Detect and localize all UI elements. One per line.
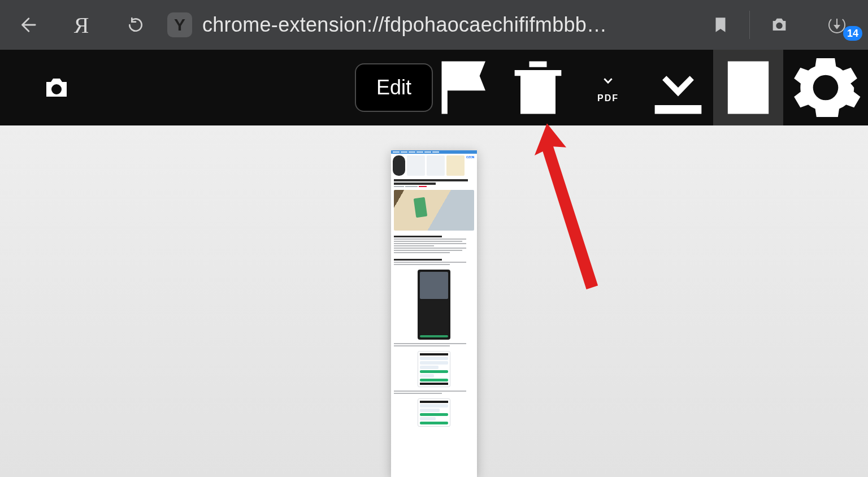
edit-button-label: Edit <box>376 76 411 99</box>
reload-icon <box>127 16 145 34</box>
annotation-arrow <box>531 114 616 295</box>
pdf-label: PDF <box>597 93 619 103</box>
preview-article-meta <box>391 185 477 188</box>
bookmark-icon <box>711 15 730 34</box>
document-icon <box>713 53 783 123</box>
download-pdf-icon <box>598 72 618 91</box>
downloads-badge: 14 <box>843 26 862 41</box>
edit-button[interactable]: Edit <box>355 63 433 112</box>
nav-back-button[interactable] <box>0 0 54 50</box>
captured-page-preview[interactable]: OZON <box>391 150 477 477</box>
preview-phone-mock-1 <box>418 270 450 340</box>
settings-button[interactable] <box>783 50 868 125</box>
download-icon <box>643 53 713 123</box>
camera-icon <box>43 74 70 101</box>
preview-chat-mock-1 <box>418 351 450 387</box>
preview-hero-photo <box>394 190 474 231</box>
preview-section-1 <box>391 232 477 255</box>
chrome-divider <box>749 11 750 39</box>
camera-icon <box>770 15 789 34</box>
download-pdf-button[interactable]: PDF <box>573 50 643 125</box>
extension-camera-button[interactable] <box>752 0 806 50</box>
flag-icon <box>433 53 503 123</box>
toolbar-right-group: PDF <box>433 50 868 125</box>
bookmark-button[interactable] <box>693 0 747 50</box>
back-arrow-icon <box>18 15 37 34</box>
preview-section-2 <box>391 255 477 267</box>
delete-button[interactable] <box>503 50 573 125</box>
preview-para-3 <box>391 342 477 349</box>
chrome-left: Я Y <box>0 0 202 50</box>
browser-chrome: Я Y chrome-extension://fdpohaocaechififm… <box>0 0 868 50</box>
yandex-logo-letter: Я <box>74 12 89 38</box>
preview-para-4 <box>391 389 477 396</box>
site-identity-letter: Y <box>174 15 185 34</box>
reload-button[interactable] <box>108 0 163 50</box>
download-button[interactable] <box>643 50 713 125</box>
site-identity-badge[interactable]: Y <box>167 12 192 37</box>
app-toolbar: Edit PDF <box>0 50 868 125</box>
svg-marker-0 <box>531 123 609 290</box>
screenshot-camera-button[interactable] <box>0 50 113 125</box>
downloads-button[interactable]: 14 <box>806 0 868 50</box>
preview-chat-mock-2 <box>418 398 450 427</box>
preview-article-title <box>391 177 477 185</box>
preview-ozon-label: OZON <box>466 155 474 159</box>
document-view-button[interactable] <box>713 50 783 125</box>
screenshot-canvas[interactable]: OZON <box>0 125 868 477</box>
trash-icon <box>503 53 573 123</box>
gear-icon <box>788 50 863 125</box>
address-bar[interactable]: chrome-extension://fdpohaocaechififmbbb… <box>202 13 693 37</box>
preview-ad-row: OZON <box>391 154 477 177</box>
yandex-logo[interactable]: Я <box>54 0 108 50</box>
flag-button[interactable] <box>433 50 503 125</box>
chrome-right: 14 <box>693 0 868 50</box>
arrow-icon <box>531 114 616 295</box>
